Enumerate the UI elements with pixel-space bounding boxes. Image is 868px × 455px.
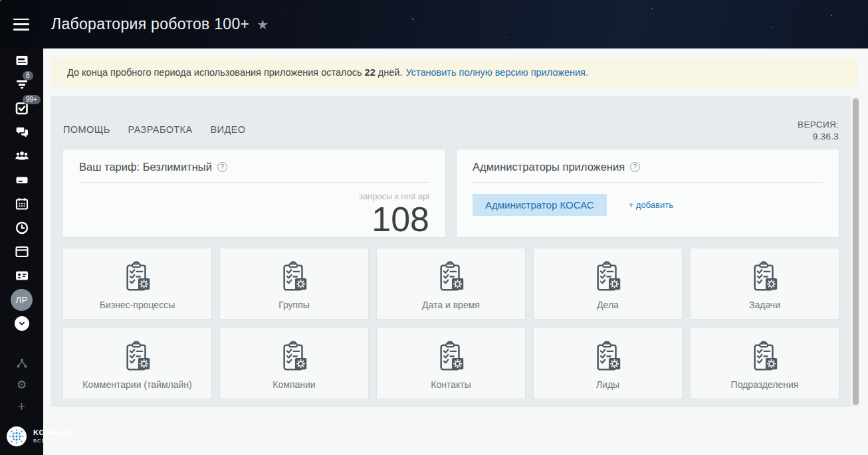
admins-card: Администраторы приложения ? Администрато… <box>457 149 839 237</box>
scrollbar-thumb[interactable] <box>853 98 859 405</box>
avatar: ЛР <box>11 289 33 311</box>
feed-badge: 8 <box>23 71 33 80</box>
tile-leads[interactable]: Лиды <box>534 328 682 399</box>
clipboard-gear-icon <box>436 340 467 373</box>
clipboard-gear-icon <box>122 340 153 373</box>
app-content-frame: ПОМОЩЬ РАЗРАБОТКА ВИДЕО ВЕРСИЯ: 9.36.3 В… <box>51 96 851 407</box>
chevron-down-icon <box>15 316 29 331</box>
tile-activities[interactable]: Дела <box>534 248 682 319</box>
tile-date-time[interactable]: Дата и время <box>377 248 525 319</box>
menu-hamburger-icon[interactable] <box>13 19 29 31</box>
help-icon[interactable]: ? <box>630 162 640 172</box>
tile-groups[interactable]: Группы <box>220 248 368 319</box>
sidebar-item-sites[interactable] <box>0 240 43 264</box>
clipboard-gear-icon <box>593 340 623 373</box>
live-feed-icon <box>14 52 30 68</box>
version-info: ВЕРСИЯ: 9.36.3 <box>798 119 839 136</box>
top-bar: Лаборатория роботов 100+ ★ <box>0 0 868 48</box>
frame-header: ПОМОЩЬ РАЗРАБОТКА ВИДЕО ВЕРСИЯ: 9.36.3 <box>63 96 839 136</box>
vendor-logo-icon <box>6 426 27 447</box>
tile-label: Контакты <box>431 379 471 390</box>
chat-bubbles-icon <box>14 124 30 140</box>
divider <box>79 182 429 183</box>
sidebar-item-employees[interactable] <box>0 144 43 168</box>
tab-help[interactable]: ПОМОЩЬ <box>63 124 110 136</box>
tile-contacts[interactable]: Контакты <box>377 328 525 399</box>
sidebar-tool-settings[interactable]: ⚙ <box>0 374 43 395</box>
clipboard-gear-icon <box>750 260 780 294</box>
tasks-badge: 99+ <box>23 95 41 104</box>
trial-days: 22 <box>365 67 376 78</box>
tile-companies[interactable]: Компании <box>220 328 368 399</box>
favorite-star-icon[interactable]: ★ <box>257 17 269 33</box>
sidebar-item-drive[interactable] <box>0 168 43 192</box>
tile-business-processes[interactable]: Бизнес-процессы <box>63 248 211 319</box>
vendor-slogan: ВСЁ ПРОСТО И НАДЁЖНО <box>33 438 115 444</box>
content-scrollbar[interactable] <box>851 96 860 407</box>
tariff-card: Ваш тариф: Безлимитный ? запросы к rest … <box>63 149 445 237</box>
vendor-logo: KOSAS.RU ВСЁ ПРОСТО И НАДЁЖНО <box>6 426 115 447</box>
sidebar-item-feed[interactable]: 8 <box>0 72 43 96</box>
tile-label: Комментарии (таймлайн) <box>82 379 191 390</box>
people-group-icon <box>13 148 31 164</box>
sidebar-item-messenger[interactable] <box>0 120 43 144</box>
admin-chip[interactable]: Администратор КОСАС <box>473 194 607 216</box>
left-sidebar: 8 99+ <box>0 48 43 455</box>
vendor-brand: KOSAS.RU <box>33 428 115 438</box>
drive-icon <box>14 172 30 188</box>
sidebar-user-avatar[interactable]: ЛР <box>0 288 43 312</box>
tile-label: Группы <box>278 300 310 310</box>
contact-card-icon <box>14 268 30 284</box>
tile-tasks[interactable]: Задачи <box>691 248 839 319</box>
add-admin-link[interactable]: + добавить <box>629 200 673 210</box>
plus-icon: + <box>17 399 25 413</box>
tile-label: Бизнес-процессы <box>100 300 175 310</box>
sidebar-item-tasks[interactable]: 99+ <box>0 96 43 120</box>
tile-label: Компании <box>272 379 315 390</box>
tab-video[interactable]: ВИДЕО <box>211 124 246 136</box>
help-icon[interactable]: ? <box>217 162 227 172</box>
clipboard-gear-icon <box>279 260 310 294</box>
clipboard-gear-icon <box>122 260 153 294</box>
clipboard-gear-icon <box>750 340 780 373</box>
version-value: 9.36.3 <box>798 131 839 143</box>
trial-text-after: дней. <box>378 67 403 78</box>
version-label: ВЕРСИЯ: <box>798 119 839 131</box>
tile-departments[interactable]: Подразделения <box>691 328 839 399</box>
calendar-icon <box>14 196 30 212</box>
feature-tiles-grid: Бизнес-процессы Группы Дата и время Дела… <box>63 248 839 407</box>
tile-label: Дата и время <box>422 300 480 310</box>
tile-label: Задачи <box>749 300 780 310</box>
tabs: ПОМОЩЬ РАЗРАБОТКА ВИДЕО <box>63 119 245 136</box>
trial-banner: До конца пробного периода использования … <box>51 58 858 87</box>
tile-label: Подразделения <box>731 379 799 390</box>
sidebar-item-crm-contact[interactable] <box>0 264 43 288</box>
rest-api-counter-value: 108 <box>79 202 429 236</box>
sidebar-item-live-feed[interactable] <box>0 48 43 72</box>
clipboard-gear-icon <box>593 260 623 294</box>
tile-label: Дела <box>597 300 619 310</box>
tile-label: Лиды <box>596 379 619 390</box>
sidebar-item-calendar[interactable] <box>0 192 43 216</box>
page-title: Лаборатория роботов 100+ <box>51 15 249 33</box>
sidebar-item-worktime[interactable] <box>0 216 43 240</box>
clock-icon <box>14 220 30 236</box>
tab-development[interactable]: РАЗРАБОТКА <box>128 124 193 136</box>
sitemap-icon <box>15 357 29 370</box>
tile-comments-timeline[interactable]: Комментарии (таймлайн) <box>63 328 211 399</box>
admins-card-title: Администраторы приложения <box>473 161 625 173</box>
main-area: До конца пробного периода использования … <box>43 48 868 455</box>
divider <box>473 182 823 183</box>
trial-text: До конца пробного периода использования … <box>67 67 362 78</box>
gear-icon: ⚙ <box>17 379 27 391</box>
sidebar-tool-add[interactable]: + <box>0 395 43 416</box>
sidebar-collapse-toggle[interactable] <box>0 312 43 335</box>
clipboard-gear-icon <box>279 340 310 373</box>
sidebar-tool-sitemap[interactable] <box>0 353 43 374</box>
install-full-version-link[interactable]: Установить полную версию приложения. <box>405 67 588 78</box>
browser-window-icon <box>14 244 30 260</box>
tariff-card-title: Ваш тариф: Безлимитный <box>79 161 212 173</box>
clipboard-gear-icon <box>436 260 467 294</box>
